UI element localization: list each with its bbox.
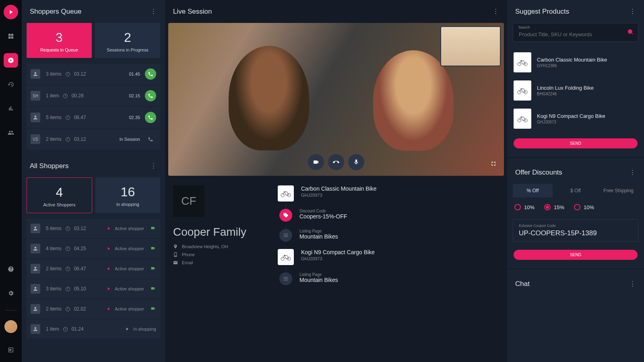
product-row[interactable]: Kogi N9 Compact Cargo BikeGHJ20973 (507, 105, 644, 133)
svg-point-5 (518, 62, 521, 66)
timeline-item[interactable]: Listing PageMountain Bikes (278, 229, 499, 242)
call-button[interactable] (145, 112, 156, 123)
clock-icon (66, 115, 70, 120)
queue-more-icon[interactable]: ⋮ (150, 7, 157, 16)
shopper-avatar (31, 284, 40, 294)
svg-point-0 (281, 193, 284, 197)
tab-dollar-off[interactable]: $ Off (556, 184, 596, 197)
stat-requests[interactable]: 3 Requests in Queue (27, 23, 92, 58)
product-thumb (514, 109, 531, 129)
mic-toggle-button[interactable] (348, 154, 364, 170)
svg-point-2 (281, 257, 284, 260)
queue-row[interactable]: VS2 items03.12In Session (27, 129, 160, 150)
shopper-avatar (31, 113, 40, 122)
video-feed (168, 23, 504, 176)
send-discount-button[interactable]: SEND (514, 250, 638, 260)
stat-active-shoppers[interactable]: 4 Active Shoppers (27, 177, 92, 213)
nav-dashboard[interactable] (4, 29, 18, 43)
tab-percent-off[interactable]: % Off (513, 184, 553, 197)
user-avatar[interactable] (4, 320, 17, 333)
fullscreen-button[interactable] (490, 160, 497, 169)
suggest-more-icon[interactable]: ⋮ (629, 7, 636, 16)
shopper-row[interactable]: 2 items06.47Active shopper (27, 259, 160, 278)
nav-settings[interactable] (4, 286, 18, 300)
queue-row[interactable]: 3 items03.1201.45 (27, 64, 160, 84)
shopper-row[interactable]: 2 items02.02Active shopper (27, 299, 160, 319)
timeline-item[interactable]: Carbon Classic Mountain BikeGHJ20973 (278, 185, 499, 202)
clock-icon (66, 72, 70, 76)
profile-location: Broadview Heights, OH (173, 244, 266, 249)
queue-row[interactable]: 5 items06.4702.35 (27, 107, 160, 128)
shopper-avatar: SH (31, 91, 40, 101)
session-more-icon[interactable]: ⋮ (492, 7, 499, 16)
shopper-avatar: VS (31, 134, 40, 144)
clock-icon (66, 287, 70, 291)
discounts-more-icon[interactable]: ⋮ (629, 168, 636, 177)
discount-icon (279, 209, 292, 222)
shopper-row[interactable]: 1 item01.24In shopping (27, 319, 160, 339)
nav-team[interactable] (4, 125, 18, 140)
camera-icon (150, 286, 156, 292)
camera-icon (150, 226, 156, 232)
clock-icon (63, 94, 68, 98)
listing-icon (279, 229, 292, 242)
timeline-item[interactable]: Discount CodeCoopers-15%-OFF (278, 209, 499, 222)
clock-icon (66, 307, 70, 311)
shopper-row[interactable]: 5 items03.12Active shopper (27, 219, 160, 238)
suggest-title: Suggest Products (515, 8, 569, 16)
queue-title: Shoppers Queue (30, 8, 82, 16)
product-thumb (514, 52, 531, 72)
radio-icon (574, 204, 580, 210)
nav-analytics[interactable] (4, 101, 18, 116)
timeline-item[interactable]: Kogi N9 Compact Cargo BikeGHJ20973 (278, 249, 499, 265)
discount-option[interactable]: 10% (574, 204, 594, 210)
listing-icon (279, 272, 292, 285)
self-video[interactable] (440, 26, 501, 66)
product-icon (278, 185, 294, 202)
profile-phone[interactable]: Phone (173, 252, 266, 257)
shopper-avatar (31, 224, 40, 233)
coupon-field[interactable]: Exlusive Coupon Code UP-COOPERS-15P-1389 (513, 219, 638, 242)
shopper-avatar (31, 244, 40, 253)
search-icon[interactable] (627, 29, 634, 37)
profile-name: Cooper Family (173, 226, 266, 239)
side-nav (0, 0, 22, 362)
search-label: Search (518, 25, 530, 29)
hangup-button[interactable] (328, 154, 344, 170)
product-thumb (514, 80, 531, 101)
chat-more-icon[interactable]: ⋮ (629, 280, 636, 288)
discounts-title: Offer Discounts (515, 169, 562, 177)
shopper-avatar (31, 304, 40, 314)
product-row[interactable]: Carbon Classic Mountain BikeGYH12386 (507, 48, 644, 76)
in-session-icon (145, 134, 156, 145)
nav-help[interactable] (4, 262, 18, 276)
product-row[interactable]: Lincoln Lux Folding BikeBHG42246 (507, 76, 644, 105)
nav-logout[interactable] (4, 343, 18, 357)
timeline-item[interactable]: Listing PageMountain Bikes (278, 272, 499, 285)
queue-row[interactable]: SH1 item00.2802.15 (27, 85, 160, 106)
camera-icon (150, 306, 156, 312)
radio-icon (544, 204, 551, 210)
shopper-row[interactable]: 4 items04.25Active shopper (27, 239, 160, 258)
app-logo (4, 5, 18, 19)
call-button[interactable] (145, 68, 156, 80)
discount-option[interactable]: 10% (514, 204, 535, 210)
stat-in-shopping[interactable]: 16 In shopping (95, 177, 160, 213)
svg-point-9 (518, 119, 521, 122)
clock-icon (66, 137, 70, 142)
send-products-button[interactable]: SEND (514, 138, 638, 148)
nav-history[interactable] (4, 77, 18, 92)
nav-live[interactable] (4, 53, 18, 68)
product-search-input[interactable] (513, 23, 638, 42)
discount-option[interactable]: 15% (544, 204, 564, 210)
camera-icon (150, 266, 156, 272)
stat-sessions[interactable]: 2 Sessions in Progress (95, 23, 160, 58)
profile-email[interactable]: Email (173, 260, 266, 265)
tab-free-shipping[interactable]: Free Shipping (599, 184, 638, 197)
session-title: Live Session (173, 8, 212, 16)
shoppers-more-icon[interactable]: ⋮ (150, 162, 157, 170)
call-button[interactable] (145, 90, 156, 101)
clock-icon (66, 226, 70, 231)
shopper-row[interactable]: 3 items05.10Active shopper (27, 279, 160, 298)
camera-toggle-button[interactable] (308, 154, 324, 170)
